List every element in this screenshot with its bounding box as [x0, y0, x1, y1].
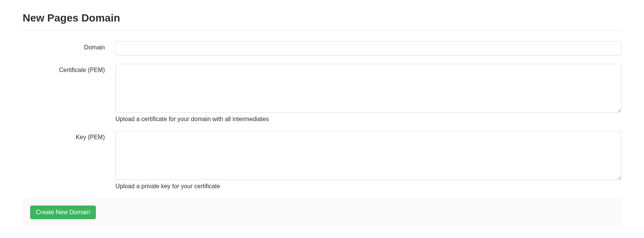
divider: [23, 30, 621, 31]
certificate-control-wrap: Upload a certificate for your domain wit…: [115, 64, 621, 123]
form-footer: Create New Domain: [23, 198, 621, 227]
page-title: New Pages Domain: [23, 12, 621, 24]
form-row-domain: Domain: [23, 41, 621, 55]
key-label: Key (PEM): [23, 131, 115, 141]
domain-input[interactable]: [115, 41, 621, 55]
create-new-domain-button[interactable]: Create New Domain: [30, 206, 96, 219]
domain-control-wrap: [115, 41, 621, 55]
certificate-help-text: Upload a certificate for your domain wit…: [115, 116, 621, 123]
key-help-text: Upload a private key for your certificat…: [115, 183, 621, 190]
form-row-certificate: Certificate (PEM) Upload a certificate f…: [23, 64, 621, 123]
domain-label: Domain: [23, 41, 115, 51]
certificate-label: Certificate (PEM): [23, 64, 115, 74]
certificate-textarea[interactable]: [115, 64, 621, 113]
key-textarea[interactable]: [115, 131, 621, 180]
key-control-wrap: Upload a private key for your certificat…: [115, 131, 621, 190]
form-row-key: Key (PEM) Upload a private key for your …: [23, 131, 621, 190]
